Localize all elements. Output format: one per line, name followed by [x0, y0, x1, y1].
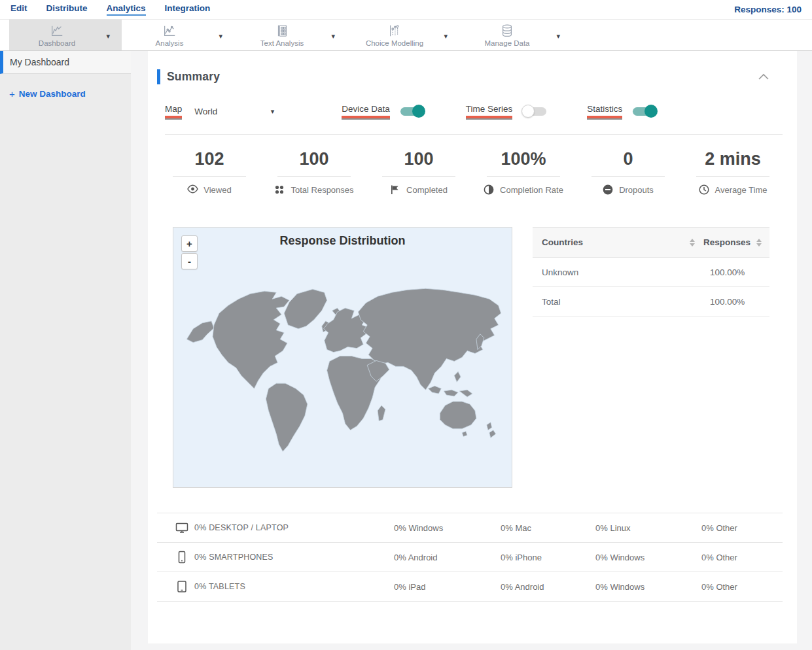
divider [173, 176, 246, 177]
stat-dropouts: 0 Dropouts [576, 149, 680, 196]
statistics-label[interactable]: Statistics [587, 104, 622, 118]
sort-icon[interactable] [756, 239, 762, 247]
nav-edit[interactable]: Edit [10, 3, 27, 16]
statistics-control: Statistics [587, 104, 656, 118]
sidebar-item-my-dashboard[interactable]: My Dashboard [0, 51, 131, 74]
toolbar-manage-data-label: Manage Data [484, 39, 529, 47]
nav-integration[interactable]: Integration [165, 3, 211, 16]
summary-header: Summary [148, 51, 797, 84]
analytics-toolbar: Dashboard ▾ Analysis ▾ Text Analysis ▾ [0, 20, 812, 51]
device-data-control: Device Data [342, 104, 424, 118]
breakdown-value: 0% Mac [501, 523, 595, 533]
breakdown-value: 0% Linux [595, 523, 701, 533]
stats-row: 102 Viewed 100 Total Responses [148, 135, 797, 196]
total-responses-label: Total Responses [291, 185, 353, 195]
summary-card: Summary Map World ▾ Device Data Time Ser… [148, 51, 797, 643]
toolbar-text-analysis-label: Text Analysis [260, 39, 304, 47]
toggle-knob [412, 105, 425, 118]
collapse-button[interactable] [758, 71, 769, 83]
toolbar-manage-data[interactable]: Manage Data ▾ [459, 20, 572, 50]
response-distribution-map[interactable]: Response Distribution + - [173, 227, 512, 488]
summary-title: Summary [167, 70, 220, 84]
top-navigation: Edit Distribute Analytics Integration Re… [0, 0, 812, 20]
device-data-label[interactable]: Device Data [342, 104, 390, 118]
chevron-down-icon[interactable]: ▾ [556, 32, 560, 41]
eye-icon [187, 184, 198, 196]
breakdown-value: 0% Other [701, 553, 783, 562]
map-label[interactable]: Map [165, 104, 182, 118]
new-dashboard-label: New Dashboard [19, 89, 86, 99]
chevron-down-icon[interactable]: ▾ [219, 32, 222, 41]
accent-bar [157, 69, 160, 84]
time-series-toggle[interactable] [523, 107, 546, 116]
responses-column-header[interactable]: Responses [703, 237, 750, 247]
scatter-chart-icon [386, 24, 403, 38]
table-row: 0% DESKTOP / LAPTOP 0% Windows 0% Mac 0%… [157, 513, 783, 543]
viewed-label: Viewed [203, 185, 231, 195]
chevron-up-icon [758, 73, 769, 80]
new-dashboard-button[interactable]: + New Dashboard [9, 88, 131, 99]
toolbar-analysis-label: Analysis [156, 39, 184, 47]
analytics-dashboard-page: Edit Distribute Analytics Integration Re… [0, 0, 812, 650]
dashboard-sidebar: My Dashboard + New Dashboard [0, 51, 131, 650]
plus-icon: + [9, 88, 15, 99]
toolbar-choice-modelling[interactable]: Choice Modelling ▾ [347, 20, 459, 50]
device-data-toggle[interactable] [400, 107, 424, 116]
toggle-knob [644, 105, 658, 118]
world-map[interactable] [173, 228, 512, 487]
smartphone-icon [175, 551, 188, 564]
summary-controls: Map World ▾ Device Data Time Series Stat… [165, 104, 783, 135]
country-name: Unknown [542, 267, 578, 277]
completed-label: Completed [406, 185, 448, 195]
device-breakdown-table: 0% DESKTOP / LAPTOP 0% Windows 0% Mac 0%… [157, 513, 783, 602]
toggle-knob [521, 105, 535, 118]
average-time-label: Average Time [715, 185, 768, 195]
toolbar-analysis[interactable]: Analysis ▾ [122, 20, 234, 50]
dots-grid-icon [274, 184, 285, 196]
statistics-toggle[interactable] [633, 107, 656, 116]
nav-analytics[interactable]: Analytics [107, 3, 146, 16]
map-zoom-controls: + - [181, 235, 198, 271]
line-chart-icon [48, 24, 65, 38]
responses-count[interactable]: Responses: 100 [734, 5, 802, 14]
stat-viewed: 102 Viewed [157, 149, 262, 196]
breakdown-value: 0% Other [701, 523, 783, 533]
table-row: 0% SMARTPHONES 0% Android 0% iPhone 0% W… [157, 543, 783, 572]
breakdown-value: 0% iPhone [501, 553, 595, 562]
sort-icon[interactable] [690, 239, 695, 247]
nav-distribute[interactable]: Distribute [46, 3, 88, 16]
document-grid-icon [274, 24, 291, 38]
time-series-control: Time Series [466, 104, 547, 118]
map-title: Response Distribution [173, 234, 512, 248]
stat-completed: 100 Completed [366, 149, 471, 196]
breakdown-value: 0% iPad [394, 582, 501, 592]
map-section: Response Distribution + - Countries Resp… [173, 227, 797, 488]
average-time-value: 2 mins [705, 149, 761, 169]
chevron-down-icon[interactable]: ▾ [444, 32, 448, 41]
dropouts-value: 0 [623, 149, 633, 169]
time-series-label[interactable]: Time Series [466, 104, 513, 118]
country-responses: 100.00% [710, 267, 762, 277]
chevron-down-icon[interactable]: ▾ [106, 32, 110, 41]
country-responses: 100.00% [710, 297, 762, 307]
table-row: Unknown 100.00% [533, 258, 769, 287]
toolbar-text-analysis[interactable]: Text Analysis ▾ [234, 20, 347, 50]
countries-column-header[interactable]: Countries [542, 237, 583, 247]
countries-table: Countries Responses Unknown 100.00% Tota… [533, 227, 769, 488]
countries-table-header: Countries Responses [533, 227, 769, 258]
completed-value: 100 [404, 149, 433, 169]
table-row: Total 100.00% [533, 287, 769, 316]
device-type-label: 0% TABLETS [194, 582, 245, 591]
zoom-in-button[interactable]: + [181, 235, 198, 252]
map-region-value: World [194, 107, 217, 116]
completion-rate-label: Completion Rate [500, 185, 563, 195]
country-name: Total [542, 297, 561, 307]
chevron-down-icon[interactable]: ▾ [331, 32, 335, 41]
zoom-out-button[interactable]: - [181, 253, 198, 269]
map-region-select[interactable]: World ▾ [194, 107, 274, 116]
stat-completion-rate: 100% Completion Rate [471, 149, 576, 196]
stat-total-responses: 100 Total Responses [262, 149, 366, 196]
breakdown-value: 0% Windows [595, 553, 701, 562]
stat-average-time: 2 mins Average Time [680, 149, 785, 196]
toolbar-dashboard[interactable]: Dashboard ▾ [9, 20, 122, 50]
